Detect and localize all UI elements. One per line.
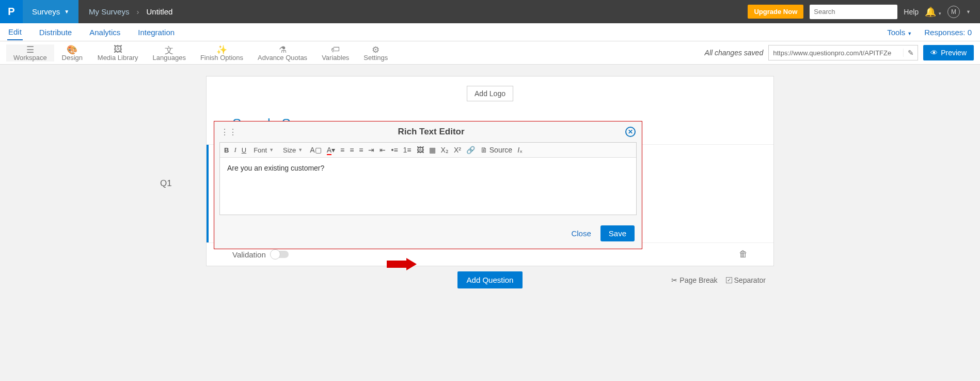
breadcrumb-sep: › (136, 7, 139, 16)
product-label: Surveys (32, 7, 60, 16)
subscript-icon[interactable]: X₂ (441, 146, 449, 154)
bgcolor-button[interactable]: A▢ (310, 146, 321, 154)
gear-icon: ⚙ (372, 44, 380, 54)
design-icon: 🎨 (67, 44, 77, 54)
media-icon: 🖼 (114, 44, 122, 54)
topbar-right: Upgrade Now Help 🔔 ▾ M ▼ (748, 5, 980, 19)
separator-button[interactable]: ✓ Separator (726, 276, 766, 284)
main-tabs: Edit Distribute Analytics Integration To… (0, 23, 980, 41)
close-icon[interactable]: ✕ (625, 127, 636, 137)
bold-button[interactable]: B (224, 146, 229, 154)
tool-variables[interactable]: 🏷Variables (314, 44, 356, 62)
link-icon[interactable]: 🔗 (466, 146, 475, 154)
product-dropdown[interactable]: Surveys ▼ (23, 0, 78, 23)
breadcrumb: My Surveys › Untitled (78, 7, 183, 16)
underline-button[interactable]: U (242, 146, 246, 154)
tool-media-library[interactable]: 🖼Media Library (90, 44, 146, 62)
source-button[interactable]: 🗎 Source (480, 146, 512, 154)
tool-advance-quotas[interactable]: ⚗Advance Quotas (250, 44, 314, 62)
validation-label: Validation (232, 250, 266, 259)
preview-button[interactable]: 👁Preview (923, 45, 974, 60)
quotas-icon: ⚗ (279, 44, 287, 54)
tool-languages[interactable]: 文Languages (146, 44, 193, 62)
tool-finish-options[interactable]: ✨Finish Options (193, 44, 250, 62)
responses-link[interactable]: Responses: 0 (923, 25, 973, 40)
indent-icon[interactable]: ⇥ (368, 146, 374, 154)
align-right-icon[interactable]: ≡ (359, 146, 363, 154)
page-break-button[interactable]: ✂ Page Break (671, 276, 717, 284)
rte-save-button[interactable]: Save (600, 225, 635, 241)
tag-icon: 🏷 (331, 44, 340, 54)
tab-distribute[interactable]: Distribute (38, 25, 73, 40)
avatar-chevron-icon[interactable]: ▼ (966, 9, 971, 14)
bell-icon[interactable]: 🔔 ▾ (925, 6, 941, 18)
tab-integration[interactable]: Integration (137, 25, 176, 40)
languages-icon: 文 (165, 44, 173, 54)
rte-textarea[interactable]: Are you an existing customer? (220, 158, 636, 215)
edit-url-icon[interactable]: ✎ (903, 49, 918, 57)
add-logo-button[interactable]: Add Logo (467, 86, 513, 101)
brand-logo[interactable]: P (0, 0, 23, 23)
bullet-list-icon[interactable]: •≡ (391, 146, 398, 154)
image-icon[interactable]: 🖼 (417, 146, 424, 154)
tab-edit[interactable]: Edit (7, 24, 23, 40)
breadcrumb-root[interactable]: My Surveys (89, 7, 129, 16)
size-dropdown[interactable]: Size▼ (281, 146, 305, 154)
add-question-button[interactable]: Add Question (457, 271, 523, 288)
superscript-icon[interactable]: X² (454, 146, 461, 154)
tools-dropdown[interactable]: Tools ▼ (886, 25, 913, 40)
eye-icon: 👁 (930, 49, 938, 57)
tool-workspace[interactable]: ☰Workspace (6, 44, 54, 62)
rich-text-editor-panel: ⋮⋮ Rich Text Editor ✕ B I U Font▼ Size▼ … (214, 121, 642, 249)
top-bar: P Surveys ▼ My Surveys › Untitled Upgrad… (0, 0, 980, 23)
number-list-icon[interactable]: 1≡ (403, 146, 412, 154)
rte-close-button[interactable]: Close (571, 229, 591, 238)
rte-toolbar: B I U Font▼ Size▼ A▢ A▾ ≡ ≡ ≡ ⇥ ⇤ •≡ 1≡ … (220, 143, 636, 158)
upgrade-button[interactable]: Upgrade Now (748, 5, 803, 19)
edit-toolbar: ☰Workspace 🎨Design 🖼Media Library 文Langu… (0, 41, 980, 65)
outdent-icon[interactable]: ⇤ (380, 146, 386, 154)
breadcrumb-current: Untitled (146, 7, 172, 16)
rte-title: Rich Text Editor (237, 127, 625, 137)
canvas-footer: Add Question ✂ Page Break ✓ Separator (206, 266, 774, 294)
help-link[interactable]: Help (904, 8, 919, 16)
validation-toggle[interactable] (271, 251, 289, 258)
tool-settings[interactable]: ⚙Settings (356, 44, 395, 62)
search-input[interactable] (810, 5, 897, 19)
align-left-icon[interactable]: ≡ (340, 146, 344, 154)
delete-question-icon[interactable]: 🗑 (739, 249, 748, 260)
survey-url-input[interactable] (769, 49, 903, 57)
survey-url-box: ✎ (768, 45, 918, 60)
drag-handle-icon[interactable]: ⋮⋮ (220, 127, 237, 137)
textcolor-button[interactable]: A▾ (327, 146, 335, 154)
tab-analytics[interactable]: Analytics (88, 25, 121, 40)
wand-icon: ✨ (216, 44, 227, 54)
italic-button[interactable]: I (234, 146, 236, 154)
question-number: Q1 (160, 178, 172, 189)
table-icon[interactable]: ▦ (429, 146, 436, 154)
save-status: All changes saved (705, 49, 764, 57)
align-center-icon[interactable]: ≡ (350, 146, 354, 154)
workspace-icon: ☰ (26, 44, 34, 54)
clear-format-icon[interactable]: Iₓ (517, 146, 523, 154)
tool-design[interactable]: 🎨Design (54, 44, 90, 62)
chevron-down-icon: ▼ (64, 9, 69, 14)
avatar[interactable]: M (947, 6, 960, 18)
font-dropdown[interactable]: Font▼ (251, 146, 276, 154)
checkbox-icon: ✓ (726, 277, 732, 283)
